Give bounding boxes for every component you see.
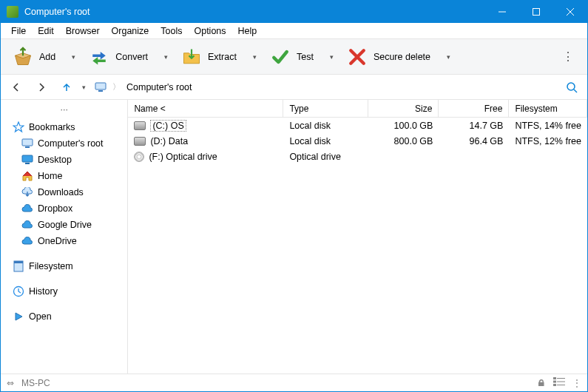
- play-icon: [13, 311, 24, 322]
- extract-dropdown[interactable]: ▾: [250, 50, 260, 64]
- content: ··· Bookmarks Computer's root Desktop Ho…: [1, 100, 587, 374]
- column-name[interactable]: Name <: [128, 100, 283, 117]
- row-name: (D:) Data: [150, 136, 188, 146]
- svg-point-8: [567, 83, 575, 90]
- sidebar-bookmarks-label: Bookmarks: [29, 122, 75, 132]
- test-button[interactable]: Test: [266, 44, 318, 70]
- sidebar-item-dropbox[interactable]: Dropbox: [1, 200, 127, 217]
- search-button[interactable]: [562, 78, 581, 97]
- column-type[interactable]: Type: [283, 100, 368, 117]
- column-size[interactable]: Size: [368, 100, 439, 117]
- menu-options[interactable]: Options: [188, 24, 232, 38]
- view-details-icon[interactable]: [553, 377, 565, 388]
- sidebar-history[interactable]: History: [1, 283, 127, 300]
- toolbar: Add ▾ Convert ▾ Extract ▾ Test ▾ Secure …: [1, 39, 587, 75]
- delete-x-icon: [347, 47, 368, 67]
- menu-help[interactable]: Help: [232, 24, 263, 38]
- sidebar-item-desktop[interactable]: Desktop: [1, 152, 127, 168]
- drive-icon: [134, 121, 146, 130]
- download-cloud-icon: [21, 186, 33, 198]
- desktop-icon: [21, 154, 33, 166]
- row-fs: NTFS, 14% free: [509, 121, 587, 131]
- sidebar-more[interactable]: ···: [1, 103, 127, 119]
- toolbar-overflow[interactable]: ⋮: [556, 47, 580, 67]
- svg-rect-19: [553, 381, 556, 383]
- convert-label: Convert: [115, 52, 148, 62]
- convert-button[interactable]: Convert: [84, 44, 152, 70]
- menu-browser[interactable]: Browser: [60, 24, 106, 38]
- menu-edit[interactable]: Edit: [32, 24, 60, 38]
- sidebar-item-label: Desktop: [38, 155, 72, 165]
- column-filesystem[interactable]: Filesystem: [509, 100, 587, 117]
- minimize-button[interactable]: [485, 1, 519, 23]
- secure-delete-dropdown[interactable]: ▾: [444, 50, 453, 64]
- svg-rect-7: [98, 90, 103, 92]
- convert-arrows-icon: [89, 47, 109, 67]
- svg-rect-13: [25, 163, 30, 164]
- maximize-button[interactable]: [519, 1, 553, 23]
- folder-extract-icon: [181, 47, 202, 67]
- sidebar-filesystem[interactable]: Filesystem: [1, 258, 127, 274]
- svg-rect-18: [557, 378, 565, 379]
- nav-forward-button[interactable]: [32, 78, 51, 97]
- menu-file[interactable]: File: [5, 24, 32, 38]
- sidebar-open-label: Open: [29, 311, 52, 322]
- expand-h-icon[interactable]: ⇔: [7, 378, 14, 388]
- chevron-right-icon: 〉: [112, 81, 121, 92]
- cloud-icon: [21, 219, 33, 231]
- row-fs: NTFS, 12% free: [509, 136, 587, 146]
- sidebar-bookmarks[interactable]: Bookmarks: [1, 119, 127, 135]
- svg-rect-21: [553, 384, 556, 386]
- sidebar-item-label: Dropbox: [38, 203, 72, 214]
- sidebar-item-google-drive[interactable]: Google Drive: [1, 217, 127, 233]
- monitor-icon: [95, 81, 107, 93]
- table-row[interactable]: (C:) OS Local disk 100.0 GB 14.7 GB NTFS…: [128, 118, 587, 133]
- secure-delete-label: Secure delete: [374, 52, 430, 62]
- add-dropdown[interactable]: ▾: [69, 50, 78, 64]
- svg-rect-10: [22, 139, 33, 146]
- box-open-icon: [13, 47, 33, 67]
- breadcrumb[interactable]: 〉 Computer's root: [92, 81, 556, 93]
- test-dropdown[interactable]: ▾: [327, 50, 337, 64]
- clock-icon: [13, 285, 24, 297]
- extract-button[interactable]: Extract: [177, 44, 241, 70]
- lock-icon[interactable]: 🔒︎: [537, 378, 546, 388]
- add-label: Add: [39, 52, 55, 62]
- svg-rect-1: [533, 9, 540, 16]
- menu-tools[interactable]: Tools: [155, 24, 188, 38]
- sidebar-item-downloads[interactable]: Downloads: [1, 184, 127, 200]
- window-title: Computer's root: [24, 7, 485, 17]
- sidebar-open[interactable]: Open: [1, 308, 127, 325]
- svg-line-9: [574, 89, 577, 92]
- table-row[interactable]: (F:) Optical drive Optical drive: [128, 149, 587, 164]
- cloud-icon: [21, 203, 33, 214]
- sidebar: ··· Bookmarks Computer's root Desktop Ho…: [1, 100, 128, 374]
- nav-back-button[interactable]: [7, 78, 26, 97]
- row-type: Optical drive: [283, 152, 368, 162]
- add-button[interactable]: Add: [8, 44, 60, 70]
- sidebar-item-label: Downloads: [38, 187, 84, 197]
- row-name: (C:) OS: [150, 120, 186, 132]
- column-headers: Name < Type Size Free Filesystem: [128, 100, 587, 118]
- breadcrumb-root[interactable]: Computer's root: [126, 82, 192, 92]
- close-button[interactable]: [553, 1, 587, 23]
- sidebar-item-computers-root[interactable]: Computer's root: [1, 135, 127, 152]
- test-label: Test: [297, 52, 314, 62]
- check-icon: [270, 47, 291, 67]
- table-row[interactable]: (D:) Data Local disk 800.0 GB 96.4 GB NT…: [128, 133, 587, 149]
- column-free[interactable]: Free: [439, 100, 509, 117]
- sidebar-item-home[interactable]: Home: [1, 168, 127, 184]
- status-overflow[interactable]: ⋮: [572, 378, 581, 388]
- nav-history-dropdown[interactable]: ▾: [82, 84, 86, 91]
- drive-icon: [134, 137, 146, 146]
- optical-disc-icon: [134, 152, 144, 162]
- row-free: 96.4 GB: [439, 136, 509, 146]
- file-rows: (C:) OS Local disk 100.0 GB 14.7 GB NTFS…: [128, 118, 587, 374]
- convert-dropdown[interactable]: ▾: [161, 50, 171, 64]
- secure-delete-button[interactable]: Secure delete: [342, 44, 435, 70]
- menu-organize[interactable]: Organize: [106, 24, 155, 38]
- nav-up-button[interactable]: [57, 78, 76, 97]
- sidebar-item-onedrive[interactable]: OneDrive: [1, 233, 127, 249]
- monitor-icon: [21, 138, 33, 149]
- main-panel: Name < Type Size Free Filesystem (C:) OS…: [128, 100, 587, 374]
